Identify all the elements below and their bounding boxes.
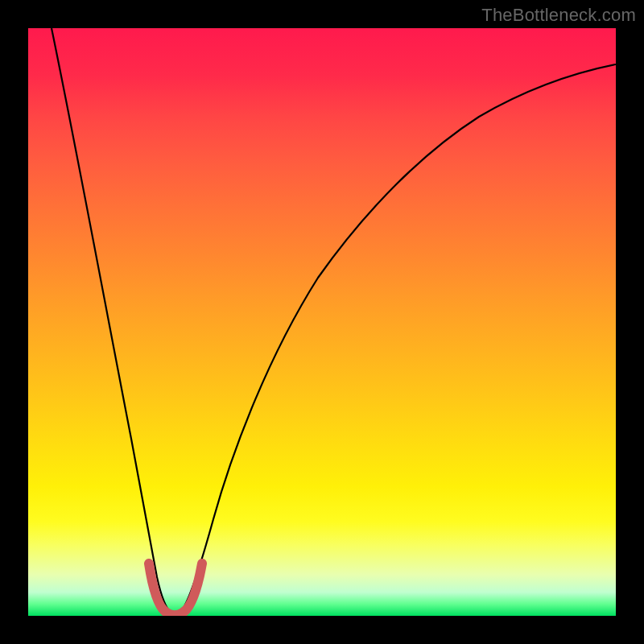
chart-background-gradient [28,28,616,616]
watermark-text: TheBottleneck.com [481,5,636,26]
chart-frame: TheBottleneck.com [0,0,644,644]
